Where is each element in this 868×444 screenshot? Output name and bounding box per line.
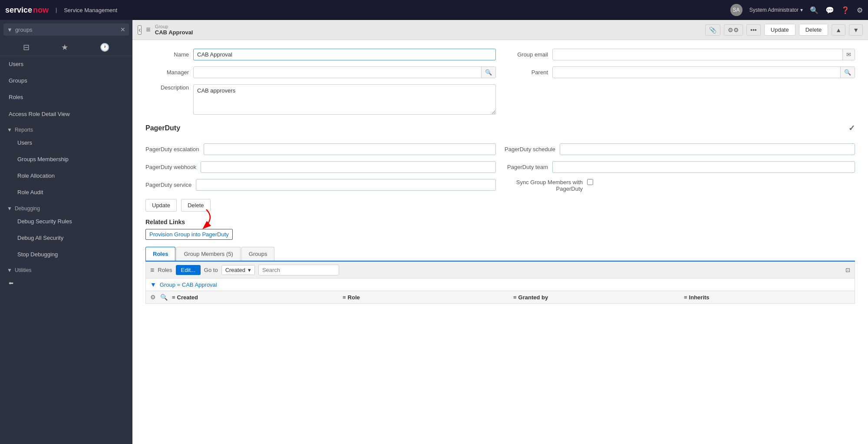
- table-menu-icon[interactable]: ≡: [150, 266, 154, 274]
- chat-icon[interactable]: 💬: [825, 6, 834, 14]
- sidebar-item-access-role-detail[interactable]: Access Role Detail View: [0, 106, 132, 123]
- breadcrumb-name: CAB Approval: [155, 29, 193, 36]
- table-toolbar: ≡ Roles Edit... Go to Created ▾ ⊡: [145, 262, 855, 278]
- parent-input[interactable]: [553, 67, 840, 78]
- service-label: PagerDuty service: [145, 182, 191, 188]
- breadcrumb-bar: ‹ ≡ Group CAB Approval 📎 ⚙⚙ ••• Update D…: [132, 20, 868, 40]
- form-row-description: Description CAB approvers: [145, 84, 855, 115]
- form-row-name: Name Group email ✉: [145, 49, 855, 60]
- list-icon[interactable]: ⊟: [23, 43, 30, 52]
- sidebar-item-back[interactable]: ⬅: [0, 275, 132, 292]
- form-settings-button[interactable]: ⚙⚙: [724, 24, 743, 36]
- name-label: Name: [145, 51, 189, 58]
- back-button[interactable]: ‹: [138, 25, 142, 35]
- team-input[interactable]: [552, 161, 855, 173]
- sidebar-item-reports-users[interactable]: Users: [9, 135, 132, 151]
- sidebar-item-debug-all-security[interactable]: Debug All Security: [9, 230, 132, 246]
- schedule-label: PagerDuty schedule: [505, 146, 555, 152]
- sidebar-section-reports[interactable]: ▼ Reports: [0, 123, 132, 135]
- search-icon[interactable]: 🔍: [810, 6, 818, 14]
- parent-input-container: 🔍: [552, 66, 855, 78]
- form-update-button[interactable]: Update: [145, 199, 177, 212]
- goto-label: Go to: [204, 267, 218, 273]
- pagerduty-row-3: PagerDuty service Sync Group Members wit…: [145, 179, 855, 192]
- pagerduty-row-1: PagerDuty escalation PagerDuty schedule: [145, 143, 855, 155]
- goto-dropdown[interactable]: Created ▾: [221, 265, 255, 275]
- tab-group-members[interactable]: Group Members (5): [176, 247, 240, 261]
- th-inherits: ≡ Inherits: [684, 294, 850, 301]
- service-input[interactable]: [196, 179, 496, 191]
- scroll-up-button[interactable]: ▲: [832, 24, 845, 36]
- scroll-down-button[interactable]: ▼: [849, 24, 863, 36]
- description-textarea[interactable]: CAB approvers: [193, 84, 496, 115]
- form-row-manager: Manager 🔍 Parent 🔍: [145, 66, 855, 78]
- delete-button[interactable]: Delete: [799, 24, 828, 36]
- update-button[interactable]: Update: [764, 24, 795, 36]
- provision-group-link[interactable]: Provision Group into PagerDuty: [145, 229, 233, 240]
- sidebar-item-stop-debugging[interactable]: Stop Debugging: [9, 246, 132, 263]
- sidebar-item-groups[interactable]: Groups: [0, 73, 132, 89]
- sidebar-item-role-audit[interactable]: Role Audit: [9, 184, 132, 201]
- sync-checkbox[interactable]: [587, 179, 593, 185]
- th-created: ≡ Created: [172, 294, 338, 301]
- manager-search-icon[interactable]: 🔍: [481, 67, 495, 78]
- th-granted-by: ≡ Granted by: [513, 294, 680, 301]
- pagerduty-collapse-icon[interactable]: ✓: [848, 123, 855, 133]
- webhook-input[interactable]: [201, 161, 496, 173]
- form-buttons-row: Update Delete: [145, 199, 855, 212]
- pagerduty-row-2: PagerDuty webhook PagerDuty team: [145, 161, 855, 173]
- escalation-label: PagerDuty escalation: [145, 146, 199, 152]
- reports-arrow-icon: ▼: [7, 127, 12, 133]
- sidebar-section-debugging[interactable]: ▼ Debugging: [0, 201, 132, 213]
- name-input[interactable]: [193, 49, 496, 60]
- content-area: ‹ ≡ Group CAB Approval 📎 ⚙⚙ ••• Update D…: [132, 20, 868, 444]
- table-roles-label: Roles: [158, 267, 172, 273]
- main-layout: ▼ ✕ ⊟ ★ 🕐 Users Groups Roles Access Role…: [0, 20, 868, 444]
- more-options-button[interactable]: •••: [746, 24, 761, 36]
- sidebar-item-groups-membership[interactable]: Groups Membership: [9, 151, 132, 168]
- sidebar-item-roles[interactable]: Roles: [0, 89, 132, 106]
- sidebar-section-utilities[interactable]: ▼ Utilities: [0, 263, 132, 275]
- settings-icon[interactable]: ⚙: [857, 6, 863, 14]
- table-gear-icon[interactable]: ⚙: [150, 294, 156, 301]
- expand-icon[interactable]: ⊡: [845, 267, 850, 273]
- th-inherits-sort-icon: ≡: [684, 294, 687, 301]
- manager-input-container: 🔍: [193, 66, 496, 78]
- star-icon[interactable]: ★: [61, 43, 68, 52]
- sidebar-item-debug-security-rules[interactable]: Debug Security Rules: [9, 213, 132, 230]
- group-email-input[interactable]: [553, 49, 842, 60]
- tab-groups[interactable]: Groups: [241, 247, 275, 261]
- nav-divider: |: [56, 7, 57, 13]
- parent-search-icon[interactable]: 🔍: [840, 67, 855, 78]
- group-email-label: Group email: [505, 51, 548, 58]
- form-delete-button[interactable]: Delete: [181, 199, 211, 212]
- clear-search-icon[interactable]: ✕: [120, 26, 125, 33]
- sidebar-item-role-allocation[interactable]: Role Allocation: [9, 168, 132, 184]
- manager-input[interactable]: [194, 67, 481, 78]
- search-input[interactable]: [15, 27, 118, 33]
- sidebar: ▼ ✕ ⊟ ★ 🕐 Users Groups Roles Access Role…: [0, 20, 132, 444]
- logo-service-text: service: [5, 6, 32, 15]
- table-search-icon[interactable]: 🔍: [160, 294, 168, 301]
- breadcrumb-actions: 📎 ⚙⚙ ••• Update Delete ▲ ▼: [705, 24, 863, 36]
- tab-roles[interactable]: Roles: [145, 247, 175, 261]
- avatar: SA: [730, 4, 743, 16]
- attach-button[interactable]: 📎: [705, 24, 720, 36]
- help-icon[interactable]: ❓: [841, 6, 850, 14]
- history-icon[interactable]: 🕐: [100, 43, 109, 52]
- table-search-input[interactable]: [258, 265, 339, 275]
- description-group: Description CAB approvers: [145, 84, 496, 115]
- th-created-sort-icon: ≡: [172, 294, 175, 301]
- nav-user-name[interactable]: System Administrator ▾: [749, 7, 803, 13]
- email-icon[interactable]: ✉: [842, 49, 855, 60]
- escalation-input[interactable]: [204, 143, 496, 155]
- escalation-group: PagerDuty escalation: [145, 143, 496, 155]
- utilities-arrow-icon: ▼: [7, 267, 12, 273]
- edit-button[interactable]: Edit...: [176, 265, 201, 275]
- sidebar-item-users[interactable]: Users: [0, 56, 132, 73]
- th-role: ≡ Role: [343, 294, 509, 301]
- breadcrumb-menu-icon[interactable]: ≡: [146, 25, 151, 34]
- schedule-input[interactable]: [560, 143, 855, 155]
- sidebar-reports-sub: Users Groups Membership Role Allocation …: [0, 135, 132, 201]
- sync-label: Sync Group Members with PagerDuty: [505, 179, 583, 192]
